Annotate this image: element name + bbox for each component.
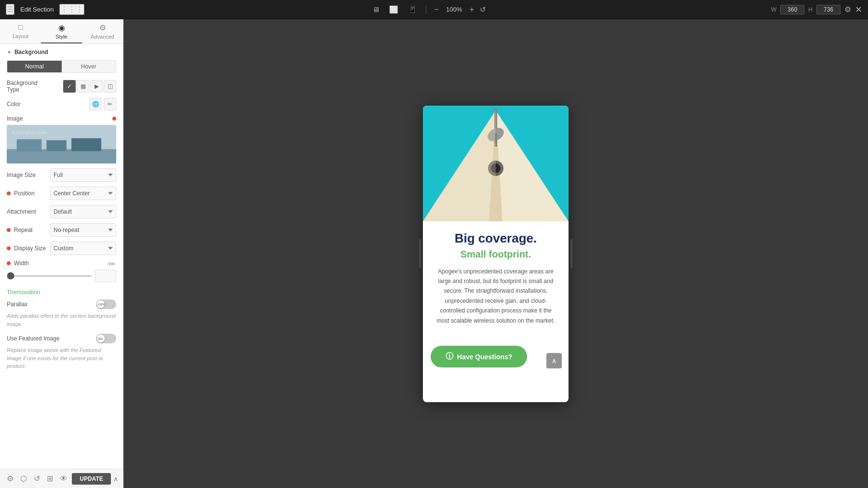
svg-rect-4 xyxy=(71,138,101,151)
svg-rect-3 xyxy=(47,140,67,151)
divider xyxy=(426,5,426,14)
attachment-row: Attachment Default Fixed Scroll xyxy=(7,205,116,218)
hamburger-icon[interactable]: ☰ xyxy=(6,4,14,15)
bg-type-video-btn[interactable]: ▶ xyxy=(90,80,103,93)
bg-type-color-btn[interactable]: ✓ xyxy=(63,80,76,93)
tablet-device-btn[interactable]: ⬜ xyxy=(386,3,401,16)
device-controls: 🖥 ⬜ 📱 − 100% + ↺ xyxy=(369,3,486,16)
w-input[interactable] xyxy=(780,5,804,14)
state-tab-normal[interactable]: Normal xyxy=(7,61,62,72)
cta-button[interactable]: ⓘ Have Questions? xyxy=(431,346,527,367)
display-size-row: Display Size Custom Cover Contain Auto xyxy=(7,242,116,255)
resize-handle-left[interactable] xyxy=(419,239,421,268)
image-preview[interactable]: Building/Structure xyxy=(7,125,116,163)
h-input[interactable] xyxy=(816,5,841,14)
featured-image-label: Use Featured Image xyxy=(7,335,59,342)
position-select[interactable]: Center Center Top Left Top Center Top Ri… xyxy=(50,187,116,200)
h-label: H xyxy=(808,6,813,13)
zoom-out-btn[interactable]: − xyxy=(432,4,440,15)
cta-wrapper: ⓘ Have Questions? ∧ xyxy=(423,346,569,375)
repeat-dot-indicator xyxy=(7,228,11,232)
phone-content: Big coverage. Small footprint. Apogee's … xyxy=(423,221,569,346)
image-size-select[interactable]: Full Large Medium Thumbnail xyxy=(50,168,116,182)
bg-type-controls: ✓ ▦ ▶ ◫ xyxy=(63,80,116,93)
settings-gear-btn[interactable]: ⚙ xyxy=(5,472,15,485)
desktop-device-btn[interactable]: 🖥 xyxy=(369,3,382,15)
bottom-icons: ⚙ ⬡ ↺ ⊞ 👁 xyxy=(5,472,69,485)
featured-image-toggle-text: No xyxy=(98,337,103,341)
grid-icon[interactable]: ⋮⋮⋮ xyxy=(59,4,84,15)
bg-type-label: Background Type xyxy=(7,80,50,93)
attachment-select[interactable]: Default Fixed Scroll xyxy=(50,205,116,218)
image-size-label: Image Size xyxy=(7,172,50,178)
featured-image-hint: Replace Image above with the Featured Im… xyxy=(7,346,116,370)
layers-btn[interactable]: ⬡ xyxy=(18,472,29,485)
history-btn[interactable]: ↺ xyxy=(32,472,42,485)
bg-type-slideshow-btn[interactable]: ◫ xyxy=(104,80,116,93)
display-size-dot-indicator xyxy=(7,246,11,250)
background-section-title: Background xyxy=(14,49,48,55)
collapse-arrow-icon: ▼ xyxy=(7,50,12,55)
svg-text:Building/Structure: Building/Structure xyxy=(12,130,47,135)
phone-subheading: Small footprint. xyxy=(434,249,558,260)
image-label-row: Image xyxy=(7,115,116,122)
tab-advanced-label: Advanced xyxy=(91,34,114,40)
settings-btn[interactable]: ⚙ xyxy=(844,5,851,14)
sidebar: □ Layout ◉ Style ⚙ Advanced ▼ Background… xyxy=(0,19,123,488)
image-label: Image xyxy=(7,115,23,122)
back-to-top-btn[interactable]: ∧ xyxy=(546,353,562,368)
mobile-device-btn[interactable]: 📱 xyxy=(405,3,420,16)
phone-frame: Big coverage. Small footprint. Apogee's … xyxy=(423,106,569,402)
tab-style[interactable]: ◉ Style xyxy=(41,19,82,43)
width-number-input[interactable] xyxy=(95,270,116,282)
update-btn[interactable]: UPDATE xyxy=(72,473,110,485)
parallax-row: Parallax OFF xyxy=(7,299,116,309)
background-section-header[interactable]: ▼ Background xyxy=(7,49,116,55)
undo-btn[interactable]: ↺ xyxy=(480,5,486,14)
phone-wrapper: Big coverage. Small footprint. Apogee's … xyxy=(423,106,569,402)
close-btn[interactable]: ✕ xyxy=(855,4,862,15)
parallax-toggle-text: OFF xyxy=(98,302,106,307)
zoom-value: 100% xyxy=(445,6,464,13)
position-label: Position xyxy=(14,190,35,197)
state-tab-hover[interactable]: Hover xyxy=(62,61,116,72)
color-label: Color xyxy=(7,101,50,108)
templates-btn[interactable]: ⊞ xyxy=(45,472,55,485)
position-row: Position Center Center Top Left Top Cent… xyxy=(7,187,116,200)
featured-image-toggle[interactable]: No xyxy=(96,334,116,343)
width-slider[interactable] xyxy=(7,275,92,277)
advanced-icon: ⚙ xyxy=(99,23,106,32)
repeat-select[interactable]: No-repeat Repeat Repeat X Repeat Y xyxy=(50,223,116,237)
expand-btn[interactable]: ∧ xyxy=(113,475,118,483)
state-tabs: Normal Hover xyxy=(7,60,116,73)
phone-hero-image xyxy=(423,106,569,221)
sidebar-bottom-bar: ⚙ ⬡ ↺ ⊞ 👁 UPDATE ∧ xyxy=(0,469,123,488)
attachment-label: Attachment xyxy=(7,208,50,215)
parallax-label: Parallax xyxy=(7,301,27,308)
resize-handle-right[interactable] xyxy=(570,239,572,268)
display-size-select[interactable]: Custom Cover Contain Auto xyxy=(50,242,116,255)
parallax-toggle[interactable]: OFF xyxy=(96,299,116,309)
sidebar-tabs: □ Layout ◉ Style ⚙ Advanced xyxy=(0,19,123,44)
color-row: Color 🌐 ✏ xyxy=(7,98,116,110)
global-color-btn[interactable]: 🌐 xyxy=(89,98,102,110)
bg-type-gradient-btn[interactable]: ▦ xyxy=(77,80,89,93)
color-picker-btn[interactable]: ✏ xyxy=(104,98,116,110)
tab-advanced[interactable]: ⚙ Advanced xyxy=(82,19,123,43)
page-title: Edit Section xyxy=(20,6,54,13)
image-size-row: Image Size Full Large Medium Thumbnail xyxy=(7,168,116,182)
preview-btn[interactable]: 👁 xyxy=(58,472,69,485)
phone-body-text: Apogee's unprecedented coverage areas ar… xyxy=(434,267,558,325)
width-label: Width xyxy=(14,260,29,267)
themovation-link[interactable]: Themovation xyxy=(7,289,116,296)
svg-rect-2 xyxy=(17,139,42,152)
top-bar: ☰ Edit Section ⋮⋮⋮ 🖥 ⬜ 📱 − 100% + ↺ W H … xyxy=(0,0,868,19)
w-label: W xyxy=(771,6,776,13)
width-row: Width vw- xyxy=(7,260,116,282)
tab-layout[interactable]: □ Layout xyxy=(0,19,41,43)
zoom-in-btn[interactable]: + xyxy=(468,4,476,15)
repeat-label: Repeat xyxy=(14,227,33,233)
sidebar-content: ▼ Background Normal Hover Background Typ… xyxy=(0,44,123,469)
top-bar-right: W H ⚙ ✕ xyxy=(771,4,862,15)
repeat-row: Repeat No-repeat Repeat Repeat X Repeat … xyxy=(7,223,116,237)
